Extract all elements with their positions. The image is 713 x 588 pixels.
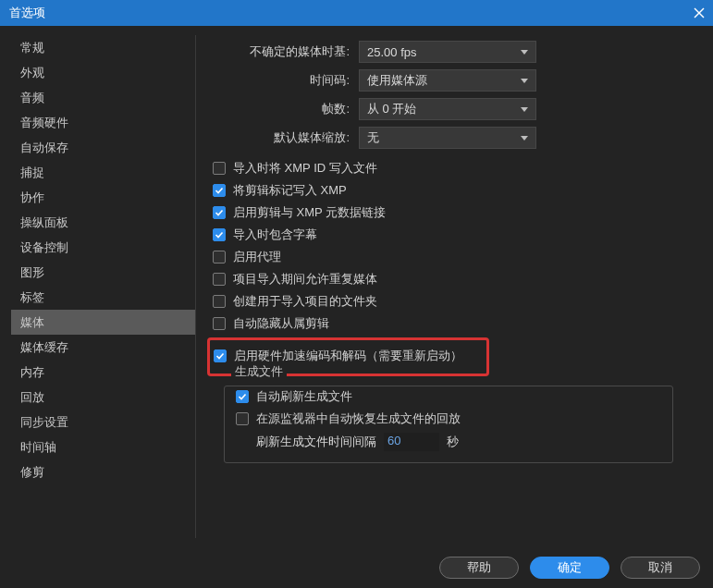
label-indeterminate-timebase: 不确定的媒体时基: xyxy=(213,43,359,60)
label-frames: 帧数: xyxy=(213,101,359,117)
checkbox-hw-accel[interactable]: 启用硬件加速编码和解码（需要重新启动） xyxy=(214,348,483,364)
checkbox-label: 创建用于导入项目的文件夹 xyxy=(233,293,377,310)
sidebar-item[interactable]: 设备控制 xyxy=(11,235,195,260)
main-panel: 不确定的媒体时基: 25.00 fps 时间码: 使用媒体源 帧数: 从 0 开… xyxy=(196,35,702,538)
close-icon[interactable] xyxy=(693,6,706,19)
chevron-down-icon xyxy=(521,107,528,112)
refresh-interval-label-post: 秒 xyxy=(447,434,459,450)
sidebar-item[interactable]: 回放 xyxy=(11,385,195,410)
checkbox-box xyxy=(213,162,226,175)
sidebar-item[interactable]: 协作 xyxy=(11,185,195,210)
checkbox-row[interactable]: 导入时包含字幕 xyxy=(213,227,698,243)
checkbox-row[interactable]: 项目导入期间允许重复媒体 xyxy=(213,271,698,288)
refresh-interval-input[interactable]: 60 xyxy=(384,433,439,451)
sidebar-item[interactable]: 外观 xyxy=(11,60,195,85)
window-title: 首选项 xyxy=(9,5,45,21)
checkbox-box xyxy=(213,251,226,263)
checkbox-label: 启用剪辑与 XMP 元数据链接 xyxy=(233,204,386,221)
checkbox-box xyxy=(236,412,249,425)
dropdown-timecode[interactable]: 使用媒体源 xyxy=(359,69,536,92)
checkbox-restore-playback[interactable]: 在源监视器中自动恢复生成文件的回放 xyxy=(236,410,661,427)
cancel-button[interactable]: 取消 xyxy=(621,557,700,579)
sidebar-item[interactable]: 捕捉 xyxy=(11,160,195,185)
checkbox-label: 启用硬件加速编码和解码（需要重新启动） xyxy=(234,348,462,364)
checkbox-row[interactable]: 自动隐藏从属剪辑 xyxy=(213,315,698,332)
checkbox-row[interactable]: 创建用于导入项目的文件夹 xyxy=(213,293,698,310)
checkbox-label: 将剪辑标记写入 XMP xyxy=(233,182,347,199)
refresh-interval-label-pre: 刷新生成文件时间间隔 xyxy=(256,434,376,450)
sidebar-item[interactable]: 图形 xyxy=(11,260,195,285)
sidebar-item[interactable]: 常规 xyxy=(11,35,195,60)
checkbox-box xyxy=(213,228,226,241)
checkbox-auto-refresh[interactable]: 自动刷新生成文件 xyxy=(236,388,661,405)
checkbox-label: 导入时包含字幕 xyxy=(233,227,317,243)
chevron-down-icon xyxy=(521,50,528,55)
checkbox-label: 启用代理 xyxy=(233,249,281,265)
checkbox-box xyxy=(213,273,226,286)
sidebar-item[interactable]: 时间轴 xyxy=(11,435,195,459)
checkbox-row[interactable]: 将剪辑标记写入 XMP xyxy=(213,182,698,199)
checkbox-box xyxy=(213,295,226,308)
checkbox-box xyxy=(213,206,226,219)
sidebar-item[interactable]: 音频 xyxy=(11,85,195,110)
dropdown-frames[interactable]: 从 0 开始 xyxy=(359,98,536,120)
sidebar-item[interactable]: 内存 xyxy=(11,360,195,385)
sidebar-item[interactable]: 自动保存 xyxy=(11,135,195,160)
sidebar-item[interactable]: 媒体 xyxy=(11,310,195,335)
dropdown-value: 25.00 fps xyxy=(367,45,417,59)
checkbox-box xyxy=(236,390,249,403)
checkbox-label: 项目导入期间允许重复媒体 xyxy=(233,271,377,288)
checkbox-row[interactable]: 导入时将 XMP ID 写入文件 xyxy=(213,160,698,177)
dropdown-value: 使用媒体源 xyxy=(367,72,427,89)
dropdown-indeterminate-timebase[interactable]: 25.00 fps xyxy=(359,41,536,63)
checkbox-label: 自动隐藏从属剪辑 xyxy=(233,315,329,332)
checkbox-label: 导入时将 XMP ID 写入文件 xyxy=(233,160,377,177)
checkbox-label: 自动刷新生成文件 xyxy=(256,388,352,405)
group-title: 生成文件 xyxy=(231,363,287,380)
help-button[interactable]: 帮助 xyxy=(439,557,519,579)
sidebar-item[interactable]: 同步设置 xyxy=(11,410,195,435)
ok-button[interactable]: 确定 xyxy=(530,557,609,579)
chevron-down-icon xyxy=(521,136,528,141)
sidebar-item[interactable]: 媒体缓存 xyxy=(11,335,195,360)
label-timecode: 时间码: xyxy=(213,72,359,89)
dropdown-default-scale[interactable]: 无 xyxy=(359,127,536,149)
checkbox-box xyxy=(214,349,227,362)
dropdown-value: 从 0 开始 xyxy=(367,101,416,117)
checkbox-label: 在源监视器中自动恢复生成文件的回放 xyxy=(256,410,461,427)
checkbox-row[interactable]: 启用代理 xyxy=(213,249,698,265)
sidebar-item[interactable]: 操纵面板 xyxy=(11,210,195,235)
checkbox-row[interactable]: 启用剪辑与 XMP 元数据链接 xyxy=(213,204,698,221)
checkbox-box xyxy=(213,317,226,330)
sidebar-item[interactable]: 音频硬件 xyxy=(11,110,195,135)
dropdown-value: 无 xyxy=(367,129,379,146)
sidebar-item[interactable]: 修剪 xyxy=(11,459,195,484)
sidebar: 常规外观音频音频硬件自动保存捕捉协作操纵面板设备控制图形标签媒体媒体缓存内存回放… xyxy=(11,35,196,538)
chevron-down-icon xyxy=(521,79,528,83)
label-default-scale: 默认媒体缩放: xyxy=(213,129,359,146)
sidebar-item[interactable]: 标签 xyxy=(11,285,195,310)
group-generated-files: 自动刷新生成文件 在源监视器中自动恢复生成文件的回放 刷新生成文件时间间隔 60… xyxy=(224,386,673,463)
checkbox-box xyxy=(213,184,226,197)
